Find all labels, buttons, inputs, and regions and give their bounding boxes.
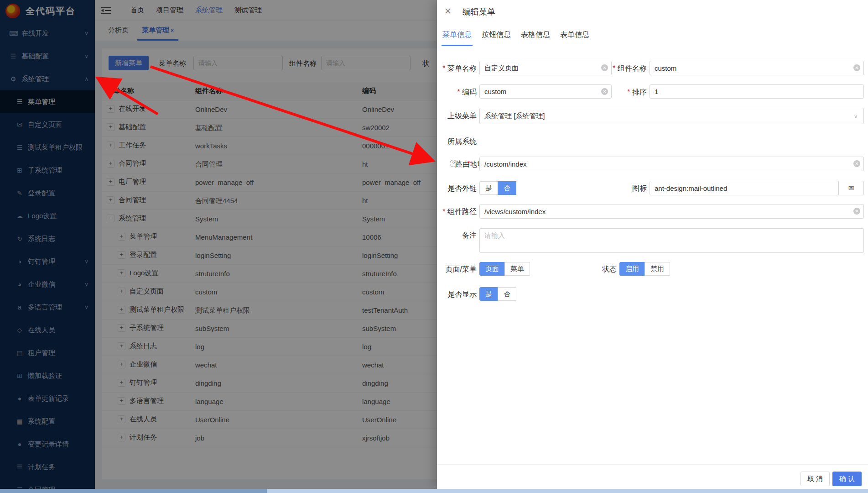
icon-field-label: 图标 [610, 184, 647, 194]
drawer-tab[interactable]: 按钮信息 [482, 30, 511, 46]
page-menu-segment: 页面 菜单 [479, 262, 530, 276]
parent-menu-value: 系统管理 [系统管理] [484, 112, 545, 121]
system-label: 所属系统 [437, 137, 477, 147]
drawer-tab[interactable]: 表单信息 [560, 30, 589, 46]
segment-option[interactable]: 否 [498, 181, 516, 195]
parent-menu-select[interactable]: 系统管理 [系统管理] ∨ [479, 108, 864, 124]
visible-label: 是否显示 [437, 290, 477, 299]
menu-name-label: 菜单名称 [437, 64, 477, 73]
parent-menu-label: 上级菜单 [437, 111, 477, 121]
segment-option[interactable]: 禁用 [645, 262, 670, 276]
cancel-button[interactable]: 取 消 [800, 472, 830, 486]
sort-label: 排序 [592, 88, 647, 97]
status-segment: 启用 禁用 [619, 262, 670, 276]
comp-name-input[interactable] [650, 61, 864, 75]
comp-path-label: 组件路径 [437, 207, 477, 217]
remark-textarea[interactable] [479, 228, 864, 253]
code-label: 编码 [437, 88, 477, 97]
segment-option[interactable]: 是 [479, 181, 498, 195]
clear-icon[interactable]: ✕ [853, 64, 860, 71]
external-link-segment: 是 否 [479, 181, 516, 195]
route-label: 路由地址 [455, 160, 479, 169]
confirm-button[interactable]: 确 认 [832, 472, 862, 486]
segment-option[interactable]: 菜单 [504, 262, 530, 276]
drawer-title: 编辑菜单 [463, 6, 495, 17]
segment-option[interactable]: 页面 [479, 262, 505, 276]
status-label: 状态 [580, 265, 617, 274]
sort-input[interactable] [650, 84, 864, 99]
comp-path-input[interactable] [479, 204, 864, 219]
segment-option[interactable]: 启用 [619, 262, 645, 276]
external-link-label: 是否外链 [437, 184, 477, 194]
segment-option[interactable]: 是 [479, 287, 498, 301]
visible-segment: 是 否 [479, 287, 516, 301]
drawer-tab[interactable]: 菜单信息 [442, 30, 472, 46]
page-menu-label: 页面/菜单 [432, 265, 477, 274]
segment-option[interactable]: 否 [498, 287, 516, 301]
app-root: 全代码平台 ⌨ 在线开发 ∨ ☰ 基础配置 ∨ ⚙ 系统管理 ∧ [0, 0, 868, 493]
chevron-down-icon: ∨ [853, 113, 858, 120]
drawer-mask[interactable] [0, 0, 437, 493]
comp-name-label: 组件名称 [592, 64, 647, 73]
drawer-close-icon[interactable]: ✕ [444, 6, 452, 16]
route-input[interactable] [479, 157, 864, 171]
icon-input[interactable] [650, 181, 838, 195]
divider [437, 23, 868, 23]
drawer-tabs: 菜单信息 按钮信息 表格信息 表单信息 [442, 30, 589, 46]
clear-icon[interactable]: ✕ [853, 208, 860, 215]
remark-label: 备注 [437, 231, 477, 241]
mail-icon-button[interactable]: ✉ [838, 181, 864, 195]
divider [437, 464, 868, 465]
clear-icon[interactable]: ✕ [853, 160, 860, 167]
drawer-tab[interactable]: 表格信息 [521, 30, 550, 46]
scrollbar-thumb[interactable] [0, 489, 267, 493]
edit-menu-drawer: ✕ 编辑菜单 菜单信息 按钮信息 表格信息 表单信息 菜单名称 ✕ 组件名称 ✕… [437, 0, 868, 489]
horizontal-scrollbar [0, 489, 868, 493]
